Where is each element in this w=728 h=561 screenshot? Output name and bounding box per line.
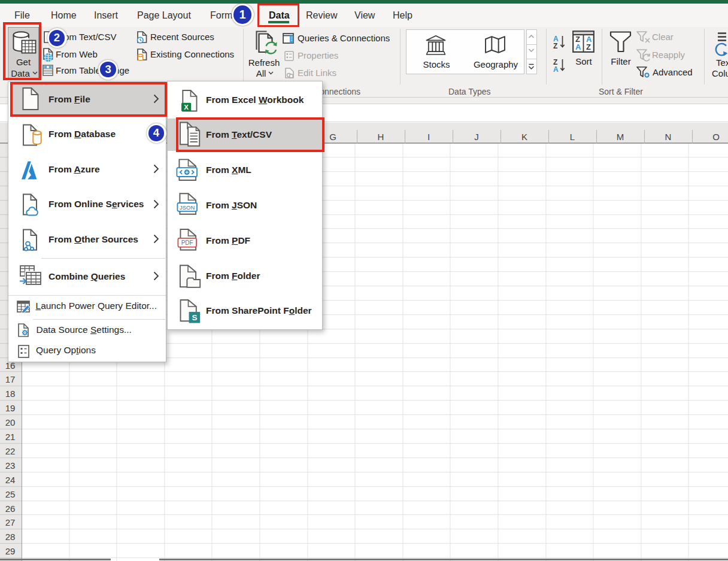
svg-text:S: S [192, 313, 197, 322]
svg-text:A: A [575, 43, 581, 51]
svg-text:Z: Z [586, 43, 591, 51]
svg-text:A: A [553, 65, 559, 74]
svg-text:PDF: PDF [181, 239, 193, 246]
svg-text:Z: Z [553, 42, 557, 50]
svg-text:X: X [184, 104, 189, 111]
svg-text:JSON: JSON [180, 204, 195, 211]
